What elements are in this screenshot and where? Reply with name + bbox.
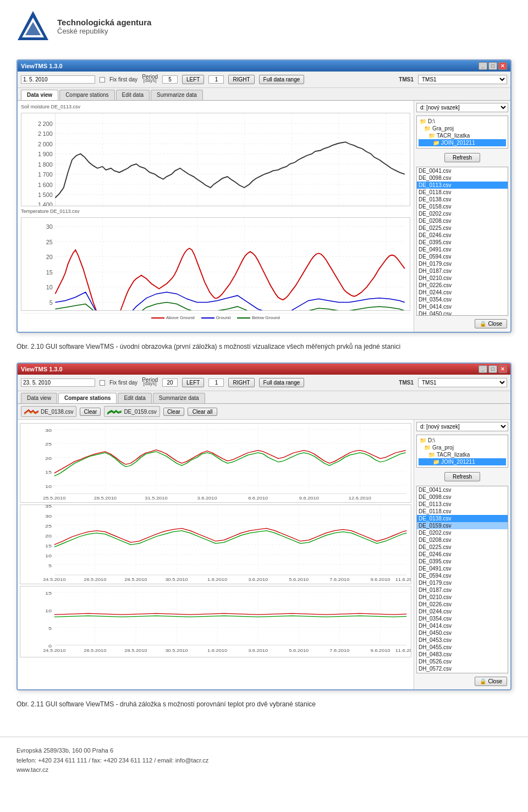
date-input-2[interactable]	[21, 378, 95, 387]
file2-item-de0202[interactable]: DE_0202.csv	[417, 529, 508, 536]
tree-item-gra[interactable]: 📁 Gra_proj	[419, 125, 506, 132]
logo-container: Technologická agentura České republiky	[16, 10, 151, 43]
tab2-summarize-data[interactable]: Summarize data	[153, 393, 205, 403]
refresh-button-2[interactable]: Refresh	[444, 472, 480, 481]
sidebar1-file-list[interactable]: DE_0041.csv DE_0098.csv DE_0113.csv DE_0…	[416, 167, 508, 316]
file2-item-de0138[interactable]: DE_0138.csv	[417, 515, 508, 522]
fix-first-day-checkbox-2[interactable]	[100, 380, 105, 386]
maximize-button[interactable]: □	[488, 62, 497, 70]
file-item-de0158[interactable]: DE_0158.csv	[417, 203, 508, 210]
file-item-de0225[interactable]: DE_0225.csv	[417, 224, 508, 232]
file2-item-dh0179[interactable]: DH_0179.csv	[417, 579, 508, 586]
file-item-de0491[interactable]: DE_0491.csv	[417, 246, 508, 253]
sidebar2-file-list[interactable]: DE_0041.csv DE_0098.csv DE_0113.csv DE_0…	[416, 486, 508, 673]
tab2-compare-stations[interactable]: Compare stations	[58, 393, 117, 403]
file2-item-dh0354[interactable]: DH_0354.csv	[417, 615, 508, 622]
file2-item-de0491[interactable]: DE_0491.csv	[417, 565, 508, 572]
tab-data-view[interactable]: Data view	[21, 90, 58, 100]
period-input[interactable]	[162, 75, 178, 84]
left-button[interactable]: LEFT	[182, 75, 204, 84]
file2-item-dh1278[interactable]: DH_1278.csv	[417, 672, 508, 673]
right-button-2[interactable]: RIGHT	[228, 378, 254, 387]
file-item-de0118[interactable]: DE_0118.csv	[417, 189, 508, 196]
svg-text:31.5.2010: 31.5.2010	[145, 496, 168, 500]
file2-item-dh0210[interactable]: DH_0210.csv	[417, 594, 508, 601]
minimize-button-2[interactable]: _	[479, 365, 487, 373]
file2-item-de0098[interactable]: DE_0098.csv	[417, 493, 508, 501]
tree2-item-tacr[interactable]: 📁 TACR_lizatka	[419, 451, 506, 458]
file-item-dh0210[interactable]: DH_0210.csv	[417, 275, 508, 282]
clear-all-button[interactable]: Clear all	[188, 408, 218, 416]
date-input[interactable]	[21, 75, 95, 84]
file-item-de0202[interactable]: DE_0202.csv	[417, 210, 508, 217]
tree-item-d[interactable]: 📁 D:\	[419, 118, 506, 125]
file-item-dh0414[interactable]: DH_0414.csv	[417, 303, 508, 310]
left-value-input[interactable]	[208, 75, 224, 84]
sidebar1-close-button[interactable]: 🔒 Close	[475, 319, 507, 328]
tree2-item-gra[interactable]: 📁 Gra_proj	[419, 444, 506, 451]
file-item-de0041[interactable]: DE_0041.csv	[417, 167, 508, 174]
close-button-2[interactable]: ✕	[498, 365, 507, 373]
file2-item-de0225[interactable]: DE_0225.csv	[417, 544, 508, 551]
file-item-de0246[interactable]: DE_0246.csv	[417, 232, 508, 239]
sidebar1-drive-dropdown[interactable]: d: [nový svazek]	[416, 103, 508, 112]
full-data-range-button[interactable]: Full data range	[259, 75, 305, 84]
right-button[interactable]: RIGHT	[228, 75, 254, 84]
file2-item-dh0450[interactable]: DH_0450.csv	[417, 629, 508, 637]
sidebar2-close-button[interactable]: 🔒 Close	[475, 677, 507, 686]
file2-item-de0118[interactable]: DE_0118.csv	[417, 508, 508, 515]
file-item-de0138[interactable]: DE_0138.csv	[417, 196, 508, 203]
maximize-button-2[interactable]: □	[488, 365, 497, 373]
file2-item-de0113[interactable]: DE_0113.csv	[417, 501, 508, 508]
file2-item-dh0414[interactable]: DH_0414.csv	[417, 622, 508, 629]
file2-item-dh0187[interactable]: DH_0187.csv	[417, 586, 508, 594]
file-item-dh0244[interactable]: DH_0244.csv	[417, 289, 508, 296]
period-input-2[interactable]	[162, 378, 178, 387]
file-item-de0594[interactable]: DE_0594.csv	[417, 253, 508, 260]
file-item-de0098[interactable]: DE_0098.csv	[417, 174, 508, 182]
minimize-button[interactable]: _	[479, 62, 487, 70]
file-item-dh0179[interactable]: DH_0179.csv	[417, 260, 508, 267]
fix-first-day-checkbox[interactable]	[100, 77, 105, 83]
file2-item-dh0453[interactable]: DH_0453.csv	[417, 637, 508, 644]
full-data-range-button-2[interactable]: Full data range	[259, 378, 305, 387]
tree2-item-d[interactable]: 📁 D:\	[419, 437, 506, 444]
file2-item-dh0572[interactable]: DH_0572.csv	[417, 665, 508, 672]
tree-item-join[interactable]: 📁 JOIN_201211	[419, 139, 506, 146]
tab-summarize-data[interactable]: Summarize data	[151, 90, 203, 100]
file-item-dh0187[interactable]: DH_0187.csv	[417, 267, 508, 275]
tab-edit-data[interactable]: Edit data	[116, 90, 150, 100]
file-item-de0395[interactable]: DE_0395.csv	[417, 239, 508, 246]
file-item-dh0354[interactable]: DH_0354.csv	[417, 296, 508, 303]
file2-item-de0594[interactable]: DE_0594.csv	[417, 572, 508, 579]
tab-compare-stations[interactable]: Compare stations	[59, 90, 114, 100]
file-item-de0208[interactable]: DE_0208.csv	[417, 217, 508, 224]
file2-item-dh0244[interactable]: DH_0244.csv	[417, 608, 508, 615]
file2-item-de0246[interactable]: DE_0246.csv	[417, 551, 508, 558]
tree2-item-join[interactable]: 📁 JOIN_201211	[419, 458, 506, 465]
file-item-de0113[interactable]: DE_0113.csv	[417, 182, 508, 189]
file2-item-de0208[interactable]: DE_0208.csv	[417, 536, 508, 544]
sidebar2-drive-dropdown[interactable]: d: [nový svazek]	[416, 422, 508, 431]
file2-item-dh0526[interactable]: DH_0526.csv	[417, 658, 508, 665]
close-button[interactable]: ✕	[498, 62, 507, 70]
tree-item-tacr[interactable]: 📁 TACR_lizatka	[419, 132, 506, 139]
left-button-2[interactable]: LEFT	[182, 378, 204, 387]
left-value-input-2[interactable]	[208, 378, 224, 387]
file-item-dh0450[interactable]: DH_0450.csv	[417, 310, 508, 316]
file-item-dh0226[interactable]: DH_0226.csv	[417, 282, 508, 289]
tab2-data-view[interactable]: Data view	[21, 393, 57, 403]
file2-item-dh0455[interactable]: DH_0455.csv	[417, 644, 508, 651]
tms-dropdown[interactable]: TMS1	[418, 75, 507, 84]
file2-item-de0041[interactable]: DE_0041.csv	[417, 486, 508, 493]
file2-item-dh0226[interactable]: DH_0226.csv	[417, 601, 508, 608]
clear-button-2[interactable]: Clear	[163, 408, 184, 416]
tab2-edit-data[interactable]: Edit data	[118, 393, 151, 403]
file2-item-de0395[interactable]: DE_0395.csv	[417, 558, 508, 565]
file2-item-de0159[interactable]: DE_0159.csv	[417, 522, 508, 529]
clear-button-1[interactable]: Clear	[80, 408, 101, 416]
tms-label: TMS1	[399, 76, 414, 83]
tms-dropdown-2[interactable]: TMS1	[418, 378, 507, 387]
file2-item-dh0483[interactable]: DH_0483.csv	[417, 651, 508, 658]
refresh-button[interactable]: Refresh	[444, 153, 480, 162]
